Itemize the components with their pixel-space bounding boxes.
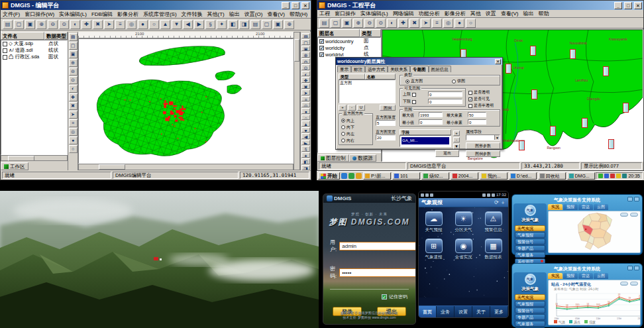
tray-icon[interactable] <box>604 174 609 178</box>
tab-0[interactable]: 实况 <box>548 204 563 210</box>
arc-icon[interactable]: ⊖ <box>69 68 78 76</box>
layer-table-header[interactable]: 图层名 类型 <box>317 29 381 37</box>
menu-0[interactable]: 文件(F) <box>3 11 20 18</box>
taskbar-button-5[interactable]: D:\ed... <box>509 172 537 180</box>
legend-button[interactable]: 图例 <box>380 105 396 111</box>
histogram-symbol[interactable] <box>608 139 614 149</box>
brush-icon[interactable]: ▢ <box>301 39 310 44</box>
sidebar-item-2[interactable]: 预警信号 <box>515 307 545 313</box>
shp-icon[interactable]: ◀ <box>183 20 193 29</box>
merge-icon[interactable]: ○ <box>69 145 78 153</box>
dxf-icon[interactable]: § <box>205 20 215 29</box>
taskbar-button-2[interactable]: 炀92... <box>421 172 449 180</box>
histogram-symbol[interactable] <box>603 66 609 76</box>
pan-icon[interactable]: ⊙ <box>376 19 386 28</box>
nav-1[interactable]: 业务 <box>437 306 455 317</box>
dialog-tab-3[interactable]: 关联关系 <box>388 66 410 72</box>
menu-2[interactable]: 实体编辑(L) <box>59 11 87 18</box>
layers-icon[interactable]: ● <box>138 20 148 29</box>
cut-icon[interactable]: ● <box>69 137 78 144</box>
mini-button[interactable] <box>620 282 628 286</box>
sidebar-item-0[interactable]: 天气实况 <box>515 225 545 231</box>
weather-app-5[interactable]: ▦数据报表 <box>478 239 508 260</box>
pen-icon[interactable]: ▣ <box>273 20 283 29</box>
maxpx-field[interactable]: 50 <box>468 112 486 117</box>
remember-password[interactable]: ✓ 记住密码 <box>323 290 415 300</box>
edit-icon[interactable]: ◀ <box>301 133 310 138</box>
menu-5[interactable]: 影像分析 <box>445 10 466 17</box>
menu-8[interactable]: 输出 <box>229 11 240 18</box>
menu-10[interactable]: 帮助 <box>538 10 549 17</box>
mini-button[interactable] <box>630 213 638 217</box>
text-icon[interactable]: ➤ <box>69 111 78 119</box>
map-canvas[interactable] <box>548 211 641 253</box>
dialog-tab-1[interactable]: 标注 <box>351 66 365 72</box>
polyline-icon[interactable]: ⊕ <box>69 59 78 67</box>
workspace-tab[interactable]: 工作区 <box>1 162 28 170</box>
menu-2[interactable]: 实体编辑(L) <box>360 10 388 17</box>
flag-icon[interactable]: ◎ <box>301 102 310 107</box>
stats-icon[interactable]: ▤ <box>250 20 260 29</box>
tab-0[interactable]: 实况 <box>548 273 563 279</box>
tray-icon[interactable] <box>610 174 615 178</box>
legend-icon[interactable]: ● <box>455 19 464 28</box>
sidebar-item-4[interactable]: 气象服务 <box>515 252 545 258</box>
tab-1[interactable]: 预报 <box>563 273 578 279</box>
weather-app-0[interactable]: ☁天气预报 <box>419 211 449 233</box>
menu-7[interactable]: 设置 <box>486 10 496 17</box>
sidebar-item-3[interactable]: 专题产品 <box>515 314 545 320</box>
menu-1[interactable]: 窗口操作(W) <box>25 11 54 18</box>
minimize-icon[interactable] <box>627 197 633 201</box>
menu-3[interactable]: FDB编辑 <box>91 11 113 18</box>
editor-map-canvas[interactable] <box>78 38 294 164</box>
map-hscroll[interactable] <box>78 164 294 170</box>
vertex-icon[interactable]: ▢ <box>69 42 78 50</box>
theme-list-header[interactable]: 类型 名称 <box>339 74 396 80</box>
tray-icon[interactable] <box>598 174 603 178</box>
copy-icon[interactable]: ◧ <box>228 20 238 29</box>
file-row[interactable]: 凸 行政区.sda面状 <box>1 54 67 60</box>
lower-limit-field[interactable]: 0 <box>428 99 462 104</box>
tab-2[interactable]: 雷达 <box>578 204 593 210</box>
sidebar-item-3[interactable]: 专题产品 <box>515 245 545 251</box>
minimize-button[interactable]: _ <box>282 2 290 9</box>
tab-3[interactable]: 云图 <box>594 204 608 210</box>
sidebar-item-2[interactable]: 预警信号 <box>515 239 545 245</box>
close-button[interactable]: ✕ <box>301 2 309 9</box>
print-icon[interactable]: ⊖ <box>48 20 58 29</box>
undo-icon[interactable]: ◨ <box>301 165 310 170</box>
select-icon[interactable]: ▢ <box>331 19 341 28</box>
tray-icon[interactable] <box>616 174 621 178</box>
grid-icon[interactable]: ◐ <box>301 71 310 76</box>
lower-limit-row[interactable]: 下限 <box>403 99 416 105</box>
menu-7[interactable]: 其他(T) <box>207 11 225 18</box>
copy-icon[interactable]: ○ <box>301 115 310 120</box>
graph-params-button[interactable]: 图形参数 <box>466 142 500 149</box>
dialog-tab-4[interactable]: 专题图 <box>410 66 429 72</box>
menu-1[interactable]: 窗口操作 <box>335 10 356 17</box>
transparent-checkbox[interactable]: 是否透明 <box>468 89 490 95</box>
exit-button[interactable]: 退出 <box>435 150 459 157</box>
histogram-symbol[interactable] <box>582 118 588 128</box>
zoom-full-icon[interactable]: ⊖ <box>364 19 374 28</box>
menu-9[interactable]: 设置(O) <box>244 11 263 18</box>
field-down-button[interactable]: ▼ <box>453 144 460 149</box>
taskbar-button-4[interactable]: 我的... <box>480 172 508 180</box>
curve-icon[interactable]: ⊙ <box>69 76 78 84</box>
snap-icon[interactable]: ◎ <box>69 128 78 136</box>
menu-5[interactable]: 系统库管理(S) <box>143 11 177 18</box>
arrow-icon[interactable]: § <box>301 146 310 151</box>
menu-11[interactable]: 帮助(H) <box>290 11 307 18</box>
pan-icon[interactable]: ≡ <box>115 20 125 29</box>
info-icon[interactable]: ✖ <box>409 19 419 28</box>
link-icon[interactable]: ✦ <box>301 152 310 158</box>
new-icon[interactable]: ▤ <box>3 20 13 29</box>
chart-canvas[interactable]: 站点 - 24小时气温变化 发布单位: 气象台 时段: 24小时 23时05时1… <box>548 280 641 325</box>
map-vscroll[interactable] <box>294 32 300 170</box>
rotate-icon[interactable]: ◐ <box>387 19 397 28</box>
checkbox-icon[interactable] <box>3 42 7 46</box>
slice-icon[interactable]: ▶ <box>301 140 310 145</box>
open-icon[interactable]: ▢ <box>14 20 24 29</box>
open-workspace-icon[interactable]: ⊙ <box>59 20 69 29</box>
file-list[interactable]: ◇ 大厦.sdp点状∧/ 道路.sdl线状凸 行政区.sda面状 <box>1 40 68 155</box>
